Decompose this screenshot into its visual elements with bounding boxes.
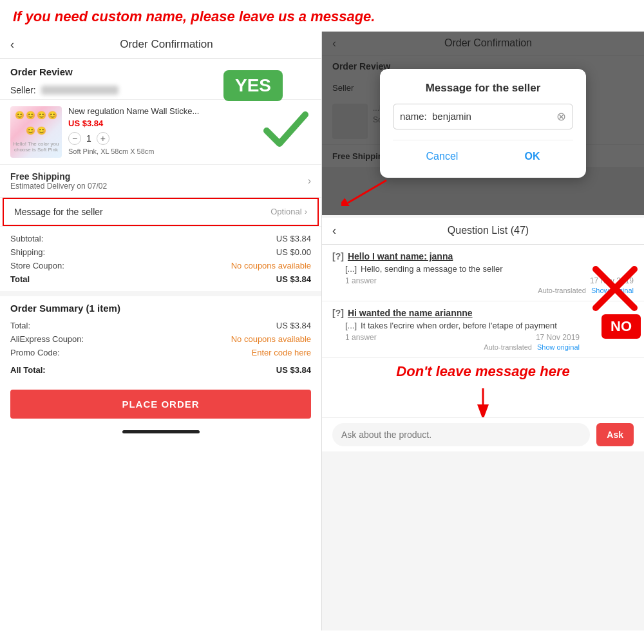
message-seller-label: Message for the seller: [14, 207, 103, 217]
question-list-header: ‹ Question List (47): [322, 218, 644, 245]
ask-button[interactable]: Ask: [596, 423, 634, 446]
shipping-label: Free Shipping: [10, 171, 107, 182]
all-total-row: All Total: US $3.84: [10, 363, 311, 377]
optional-chevron: ›: [305, 207, 307, 216]
answer-content-2: It takes l'ecrire when order, before l'e…: [361, 321, 557, 330]
dialog-divider: [393, 140, 573, 140]
dialog-input[interactable]: [400, 111, 556, 122]
ask-area: Ask: [322, 417, 644, 451]
answer-count-2: 1 answer: [345, 333, 377, 342]
optional-text: Optional: [270, 207, 301, 216]
left-header: ‹ Order Confirmation: [0, 32, 321, 59]
answer-count-1: 1 answer: [345, 276, 377, 285]
qty-number: 1: [86, 133, 91, 144]
checkmark-overlay: [263, 111, 308, 153]
seller-name: [41, 86, 118, 95]
all-total-value: US $3.84: [276, 365, 311, 375]
shipping-total-value: US $0.00: [276, 247, 311, 257]
right-column: ‹ Order Confirmation Order Review Seller…: [322, 32, 644, 630]
dont-leave-text: Don't leave message here: [322, 358, 644, 385]
subtotal-value: US $3.84: [276, 234, 311, 243]
question-icon-2: [?]: [332, 308, 344, 318]
seller-label: Seller:: [10, 85, 36, 95]
coupon-label: Store Coupon:: [10, 261, 64, 270]
dialog-title: Message for the seller: [393, 82, 573, 95]
aliexpress-coupon-row: AliExpress Coupon: No coupons available: [10, 332, 311, 346]
all-total-label: All Total:: [10, 365, 46, 375]
order-summary-title: Order Summary (1 item): [10, 303, 311, 314]
show-original-2[interactable]: Show original: [537, 343, 580, 351]
auto-trans-2: Auto-translated: [484, 343, 532, 351]
question-text-2: [?] Hi wanted the name ariannne: [332, 308, 580, 318]
message-seller-row[interactable]: Message for the seller Optional ›: [3, 198, 319, 226]
answer-date-2: 17 Nov 2019: [536, 333, 580, 342]
summary-total-value: US $3.84: [276, 321, 311, 330]
question-content-2[interactable]: Hi wanted the name ariannne: [348, 308, 473, 318]
coupon-row: Store Coupon: No coupons available: [10, 259, 311, 272]
no-badge: NO: [601, 314, 641, 339]
ql-title: Question List (47): [343, 225, 634, 236]
question-list-screen: ‹ Question List (47) [?] Hello I want na…: [322, 218, 644, 451]
product-row: 😊😊😊 😊😊😊 Hello! The color you choose is S…: [0, 100, 321, 165]
dialog-cancel-button[interactable]: Cancel: [413, 148, 471, 165]
summary-total-label: Total:: [10, 321, 30, 330]
down-arrow-container: [322, 385, 644, 417]
place-order-button[interactable]: PLACE ORDER: [10, 390, 311, 419]
yes-badge: YES: [223, 70, 283, 101]
right-order-screen: ‹ Order Confirmation Order Review Seller…: [322, 32, 644, 215]
total-row: Total US $3.84: [10, 272, 311, 286]
dont-leave-section: Don't leave message here: [322, 358, 644, 417]
product-image: 😊😊😊 😊😊😊 Hello! The color you choose is S…: [10, 106, 62, 158]
coupon-value[interactable]: No coupons available: [231, 261, 311, 270]
total-value: US $3.84: [276, 274, 311, 284]
answer-meta-2: 1 answer 17 Nov 2019: [345, 333, 580, 342]
question-icon-1: [?]: [332, 251, 344, 261]
left-phone-screen: ‹ Order Confirmation Order Review Seller…: [0, 32, 321, 630]
shipping-date: Estimated Delivery on 07/02: [10, 182, 107, 191]
shipping-chevron: ›: [308, 175, 311, 187]
totals-section: Subtotal: US $3.84 Shipping: US $0.00 St…: [0, 226, 321, 291]
shipping-row[interactable]: Free Shipping Estimated Delivery on 07/0…: [0, 165, 321, 198]
question-text-1: [?] Hello I want name: janna: [332, 251, 634, 261]
answer-icon-2: [...]: [345, 321, 357, 330]
left-column: ‹ Order Confirmation Order Review Seller…: [0, 32, 322, 630]
clear-button[interactable]: ⊗: [556, 109, 566, 124]
promo-value[interactable]: Enter code here: [251, 348, 311, 357]
red-arrow-indicator: [341, 174, 393, 209]
shipping-total-row: Shipping: US $0.00: [10, 245, 311, 259]
dialog-input-row[interactable]: ⊗: [393, 104, 573, 129]
x-mark-container: [589, 263, 641, 317]
answer-text-2: [...] It takes l'ecrire when order, befo…: [345, 321, 580, 330]
left-screen-title: Order Confirmation: [22, 38, 311, 51]
answer-content-1: Hello, sending a message to the seller: [361, 264, 502, 274]
back-arrow-left[interactable]: ‹: [10, 38, 14, 52]
question-content-1[interactable]: Hello I want name: janna: [348, 251, 453, 261]
dialog-actions: Cancel OK: [393, 148, 573, 165]
order-summary: Order Summary (1 item) Total: US $3.84 A…: [0, 291, 321, 383]
message-dialog: Message for the seller ⊗ Cancel OK: [380, 69, 586, 178]
ql-back-arrow[interactable]: ‹: [332, 224, 336, 238]
top-banner: If you need custom name, please leave us…: [0, 0, 644, 32]
qty-increase[interactable]: +: [97, 132, 109, 145]
promo-row: Promo Code: Enter code here: [10, 346, 311, 359]
auto-translated-row-2: Auto-translated Show original: [345, 343, 580, 351]
qty-decrease[interactable]: −: [68, 132, 81, 145]
shipping-total-label: Shipping:: [10, 247, 45, 257]
shipping-info: Free Shipping Estimated Delivery on 07/0…: [10, 171, 107, 191]
answer-icon-1: [...]: [345, 264, 357, 274]
svg-line-1: [348, 180, 386, 203]
promo-label: Promo Code:: [10, 348, 60, 357]
dialog-ok-button[interactable]: OK: [511, 148, 553, 165]
summary-total-row: Total: US $3.84: [10, 319, 311, 332]
subtotal-row: Subtotal: US $3.84: [10, 232, 311, 245]
ask-input[interactable]: [332, 423, 590, 446]
optional-tag: Optional ›: [270, 207, 307, 216]
subtotal-label: Subtotal:: [10, 234, 43, 243]
auto-trans-1: Auto-translated: [538, 287, 586, 294]
aliexpress-coupon-value[interactable]: No coupons available: [231, 334, 311, 344]
banner-text: If you need custom name, please leave us…: [13, 8, 631, 26]
aliexpress-coupon-label: AliExpress Coupon:: [10, 334, 84, 344]
home-indicator: [122, 430, 200, 433]
total-label: Total: [10, 274, 30, 284]
